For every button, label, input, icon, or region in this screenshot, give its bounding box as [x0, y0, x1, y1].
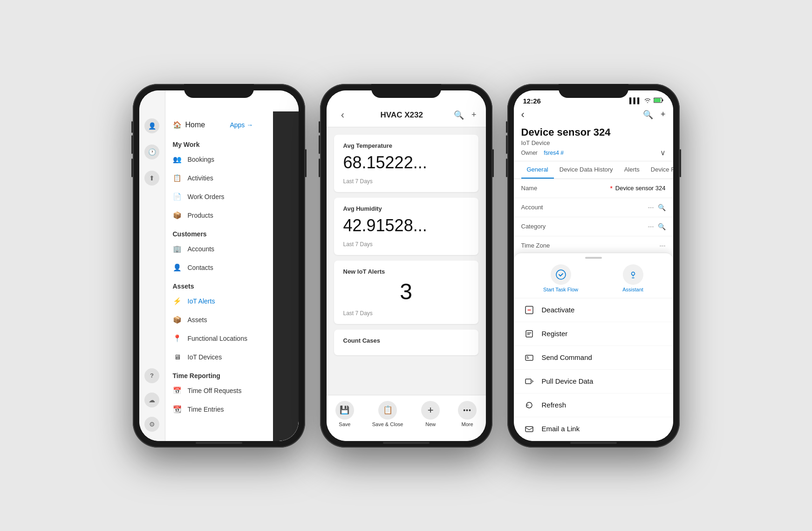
field-category-value[interactable]: ---	[648, 223, 654, 230]
power-button-1[interactable]	[305, 149, 307, 177]
vol-up-2[interactable]	[319, 135, 320, 154]
save-close-button[interactable]: 📋 Save & Close	[372, 401, 403, 427]
sheet-handle	[585, 257, 602, 259]
field-name-value[interactable]: Device sensor 324	[615, 185, 666, 192]
analytics-nav-icon[interactable]: ⬆	[144, 171, 159, 186]
hvac-back-button[interactable]: ‹	[336, 109, 350, 121]
mute-1[interactable]	[131, 121, 133, 133]
contacts-icon: 👤	[173, 263, 182, 272]
refresh-menu-item[interactable]: Refresh	[514, 393, 673, 417]
owner-link[interactable]: fsres4 #	[544, 150, 564, 156]
more-icon: •••	[458, 401, 477, 420]
field-account-label: Account	[521, 204, 648, 211]
svg-rect-1	[654, 98, 661, 102]
new-icon: +	[421, 401, 440, 420]
task-flow-icon	[551, 264, 571, 285]
category-search-icon[interactable]: 🔍	[658, 223, 666, 230]
svg-rect-9	[525, 427, 533, 432]
power-button-3[interactable]	[680, 149, 681, 177]
home-label: Home	[185, 121, 205, 129]
start-task-flow-button[interactable]: Start Task Flow	[543, 264, 578, 292]
new-button[interactable]: + New	[421, 401, 440, 427]
task-flow-label: Start Task Flow	[543, 287, 578, 292]
register-menu-item[interactable]: Register	[514, 322, 673, 346]
register-icon	[523, 328, 535, 340]
vol-dn-3[interactable]	[506, 159, 507, 177]
device-add-icon[interactable]: +	[661, 110, 666, 120]
deactivate-label: Deactivate	[542, 306, 575, 314]
home-icon: 🏠	[173, 121, 182, 129]
sheet-actions-row: Start Task Flow Assistant	[514, 261, 673, 298]
help-nav-icon[interactable]: ?	[144, 368, 159, 383]
email-link-menu-item[interactable]: Email a Link	[514, 417, 673, 441]
wifi-icon	[644, 97, 651, 104]
deactivate-menu-item[interactable]: Deactivate	[514, 298, 673, 322]
vol-up-3[interactable]	[506, 135, 507, 154]
hvac-search-icon[interactable]: 🔍	[454, 110, 464, 120]
avg-temperature-card: Avg Temperature 68.15222... Last 7 Days	[334, 135, 478, 192]
chevron-down-icon[interactable]: ∨	[660, 148, 666, 157]
hvac-screen: ‹ HVAC X232 🔍 + Avg Temperature 68.15222…	[327, 90, 486, 441]
send-command-menu-item[interactable]: Send Command	[514, 346, 673, 370]
pull-device-data-icon	[523, 375, 535, 387]
account-search-icon[interactable]: 🔍	[658, 204, 666, 211]
device-bottom-sheet: Start Task Flow Assistant	[514, 253, 673, 441]
contacts-label: Contacts	[188, 264, 213, 271]
tab-device-r[interactable]: Device R	[645, 161, 673, 179]
device-back-button[interactable]: ‹	[521, 109, 525, 121]
deactivate-icon	[523, 304, 535, 316]
field-account-value[interactable]: ---	[648, 204, 654, 211]
tab-device-data-history[interactable]: Device Data History	[554, 161, 619, 179]
home-bar-1[interactable]	[196, 442, 242, 444]
activities-icon: 📋	[173, 173, 182, 183]
funclocations-icon: 📍	[173, 334, 182, 343]
new-iot-alerts-sub: Last 7 Days	[343, 310, 469, 317]
assistant-icon	[623, 264, 643, 285]
vol-dn-1[interactable]	[131, 159, 133, 177]
field-name-label: Name	[521, 185, 610, 192]
device-screen: 12:26 ▌▌▌ ‹ 🔍	[514, 90, 673, 441]
save-button[interactable]: 💾 Save	[335, 401, 354, 427]
svg-point-4	[631, 272, 635, 275]
svg-rect-6	[526, 331, 532, 337]
mute-3[interactable]	[506, 121, 507, 133]
screen-1: 👤 🕐 ⬆ ? ☁ ⚙ 🏠 Home	[139, 90, 299, 441]
new-iot-alerts-card: New IoT Alerts 3 Last 7 Days	[334, 261, 478, 324]
more-bottom-button[interactable]: ••• More	[458, 401, 477, 427]
user-nav-icon[interactable]: 👤	[144, 118, 159, 133]
required-indicator: *	[610, 185, 612, 192]
home-bar-3[interactable]	[570, 442, 617, 444]
notch-3	[559, 84, 628, 98]
device-topbar-icons: 🔍 +	[643, 110, 666, 120]
avg-humidity-card: Avg Humidity 42.91528... Last 7 Days	[334, 198, 478, 255]
workorders-icon: 📄	[173, 192, 182, 201]
field-timezone-value[interactable]: ---	[660, 242, 666, 249]
screen-3: 12:26 ▌▌▌ ‹ 🔍	[514, 90, 673, 441]
hvac-add-icon[interactable]: +	[471, 110, 477, 120]
iotalerts-icon: ⚡	[173, 297, 182, 306]
signal-icon: ▌▌▌	[629, 97, 641, 104]
accounts-icon: 🏢	[173, 244, 182, 254]
avg-humidity-value: 42.91528...	[343, 216, 469, 235]
timeentries-label: Time Entries	[188, 406, 224, 413]
apps-link[interactable]: Apps →	[230, 121, 253, 129]
power-button-2[interactable]	[492, 149, 494, 177]
save-label: Save	[339, 421, 350, 427]
home-bar-2[interactable]	[383, 442, 430, 444]
device-search-icon[interactable]: 🔍	[643, 110, 653, 120]
tab-general[interactable]: General	[521, 161, 554, 179]
vol-up-1[interactable]	[131, 135, 133, 154]
bookings-label: Bookings	[188, 156, 215, 163]
home-menu-item[interactable]: 🏠 Home	[173, 121, 205, 129]
send-command-label: Send Command	[542, 353, 592, 361]
assistant-button[interactable]: Assistant	[622, 264, 643, 292]
vol-dn-2[interactable]	[319, 159, 320, 177]
tab-alerts[interactable]: Alerts	[619, 161, 645, 179]
cloud-nav-icon[interactable]: ☁	[144, 393, 159, 407]
pull-device-data-menu-item[interactable]: Pull Device Data	[514, 370, 673, 393]
mute-2[interactable]	[319, 121, 320, 133]
avg-temperature-label: Avg Temperature	[343, 142, 469, 149]
history-nav-icon[interactable]: 🕐	[144, 145, 159, 159]
products-label: Products	[188, 212, 213, 219]
settings-nav-icon[interactable]: ⚙	[144, 417, 159, 432]
